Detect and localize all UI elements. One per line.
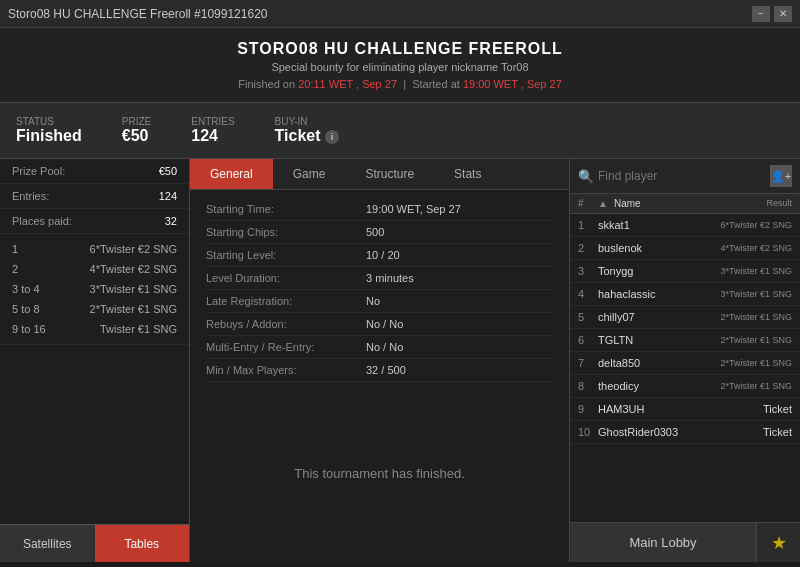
satellites-button[interactable]: Satellites <box>0 524 95 562</box>
place-range: 2 <box>12 263 18 275</box>
place-prize: 3*Twister €1 SNG <box>90 283 177 295</box>
info-label: Multi-Entry / Re-Entry: <box>206 341 366 353</box>
buyin-info-icon[interactable]: i <box>325 130 339 144</box>
info-label: Starting Chips: <box>206 226 366 238</box>
player-rank: 7 <box>578 357 598 369</box>
place-row: 9 to 16Twister €1 SNG <box>12 319 177 339</box>
player-name: theodicy <box>598 380 712 392</box>
player-row[interactable]: 2 buslenok 4*Twister €2 SNG <box>570 237 800 260</box>
player-result: 2*Twister €1 SNG <box>712 358 792 368</box>
player-row[interactable]: 6 TGLTN 2*Twister €1 SNG <box>570 329 800 352</box>
header-result: Result <box>712 198 792 209</box>
info-value: 500 <box>366 226 384 238</box>
place-range: 1 <box>12 243 18 255</box>
player-row[interactable]: 4 hahaclassic 3*Twister €1 SNG <box>570 283 800 306</box>
place-prize: Twister €1 SNG <box>100 323 177 335</box>
minimize-button[interactable]: − <box>752 6 770 22</box>
player-rank: 3 <box>578 265 598 277</box>
buyin-value: Ticket i <box>275 127 339 144</box>
player-name: skkat1 <box>598 219 712 231</box>
info-label: Rebuys / Addon: <box>206 318 366 330</box>
tab-game[interactable]: Game <box>273 159 346 189</box>
player-row[interactable]: 10 GhostRider0303 Ticket <box>570 421 800 444</box>
buyin-label: Buy-in <box>275 116 339 127</box>
info-value: 32 / 500 <box>366 364 406 376</box>
header-sort-icon[interactable]: ▲ <box>598 198 614 209</box>
player-name: GhostRider0303 <box>598 426 712 438</box>
player-name: hahaclassic <box>598 288 712 300</box>
title-bar: Storo08 HU CHALLENGE Freeroll #109912162… <box>0 0 800 28</box>
player-row[interactable]: 1 skkat1 6*Twister €2 SNG <box>570 214 800 237</box>
player-row[interactable]: 3 Tonygg 3*Twister €1 SNG <box>570 260 800 283</box>
player-name: delta850 <box>598 357 712 369</box>
tables-button[interactable]: Tables <box>95 524 190 562</box>
player-rank: 2 <box>578 242 598 254</box>
header-name: Name <box>614 198 712 209</box>
tournament-subtitle: Special bounty for eliminating player ni… <box>12 61 788 73</box>
player-row[interactable]: 7 delta850 2*Twister €1 SNG <box>570 352 800 375</box>
prize-pool-row: Prize Pool: €50 <box>0 159 189 184</box>
player-result: 3*Twister €1 SNG <box>712 266 792 276</box>
player-name: chilly07 <box>598 311 712 323</box>
player-name: TGLTN <box>598 334 712 346</box>
tab-stats[interactable]: Stats <box>434 159 501 189</box>
place-row: 5 to 82*Twister €1 SNG <box>12 299 177 319</box>
info-row: Starting Level:10 / 20 <box>206 244 553 267</box>
main-lobby-bar: Main Lobby ★ <box>570 522 800 562</box>
player-row[interactable]: 8 theodicy 2*Twister €1 SNG <box>570 375 800 398</box>
places-paid-value: 32 <box>165 215 177 227</box>
player-rank: 6 <box>578 334 598 346</box>
places-paid-label: Places paid: <box>12 215 72 227</box>
add-player-button[interactable]: 👤+ <box>770 165 792 187</box>
window-title: Storo08 HU CHALLENGE Freeroll #109912162… <box>8 7 267 21</box>
player-name: Tonygg <box>598 265 712 277</box>
player-rank: 1 <box>578 219 598 231</box>
info-row: Starting Chips:500 <box>206 221 553 244</box>
entries-label: Entries <box>191 116 234 127</box>
player-result: 2*Twister €1 SNG <box>712 381 792 391</box>
general-content: Starting Time:19:00 WET, Sep 27Starting … <box>190 190 569 384</box>
window-controls: − ✕ <box>752 6 792 22</box>
place-prize: 6*Twister €2 SNG <box>90 243 177 255</box>
player-row[interactable]: 9 HAM3UH Ticket <box>570 398 800 421</box>
search-input[interactable] <box>598 169 766 183</box>
info-value: 19:00 WET, Sep 27 <box>366 203 461 215</box>
info-row: Multi-Entry / Re-Entry:No / No <box>206 336 553 359</box>
right-panel: 🔍 👤+ # ▲ Name Result 1 skkat1 6*Twister … <box>570 159 800 562</box>
places-paid-row: Places paid: 32 <box>0 209 189 234</box>
main-lobby-button[interactable]: Main Lobby <box>570 523 756 562</box>
player-list: 1 skkat1 6*Twister €2 SNG 2 buslenok 4*T… <box>570 214 800 522</box>
status-item: Status Finished <box>16 116 82 145</box>
player-result: Ticket <box>712 403 792 415</box>
status-bar: Status Finished Prize €50 Entries 124 Bu… <box>0 103 800 159</box>
entries-left-label: Entries: <box>12 190 49 202</box>
tournament-title: STORO08 HU CHALLENGE FREEROLL <box>12 40 788 58</box>
finished-message: This tournament has finished. <box>190 384 569 562</box>
prize-item: Prize €50 <box>122 116 151 145</box>
player-row[interactable]: 5 chilly07 2*Twister €1 SNG <box>570 306 800 329</box>
player-rank: 4 <box>578 288 598 300</box>
tab-structure[interactable]: Structure <box>345 159 434 189</box>
entries-value: 124 <box>191 127 218 144</box>
tab-general[interactable]: General <box>190 159 273 189</box>
close-button[interactable]: ✕ <box>774 6 792 22</box>
info-label: Level Duration: <box>206 272 366 284</box>
info-label: Late Registration: <box>206 295 366 307</box>
place-prize: 2*Twister €1 SNG <box>90 303 177 315</box>
info-row: Min / Max Players:32 / 500 <box>206 359 553 382</box>
favorite-button[interactable]: ★ <box>756 523 800 562</box>
search-icon: 🔍 <box>578 169 594 184</box>
info-row: Level Duration:3 minutes <box>206 267 553 290</box>
place-range: 9 to 16 <box>12 323 46 335</box>
info-label: Min / Max Players: <box>206 364 366 376</box>
player-result: 2*Twister €1 SNG <box>712 335 792 345</box>
place-row: 24*Twister €2 SNG <box>12 259 177 279</box>
place-range: 3 to 4 <box>12 283 40 295</box>
tournament-timing: Finished on 20:11 WET , Sep 27 | Started… <box>12 78 788 90</box>
tournament-header: STORO08 HU CHALLENGE FREEROLL Special bo… <box>0 28 800 103</box>
entries-item: Entries 124 <box>191 116 234 145</box>
prize-table: Prize Pool: €50 Entries: 124 Places paid… <box>0 159 189 524</box>
player-rank: 9 <box>578 403 598 415</box>
place-prize: 4*Twister €2 SNG <box>90 263 177 275</box>
buyin-item: Buy-in Ticket i <box>275 116 339 145</box>
